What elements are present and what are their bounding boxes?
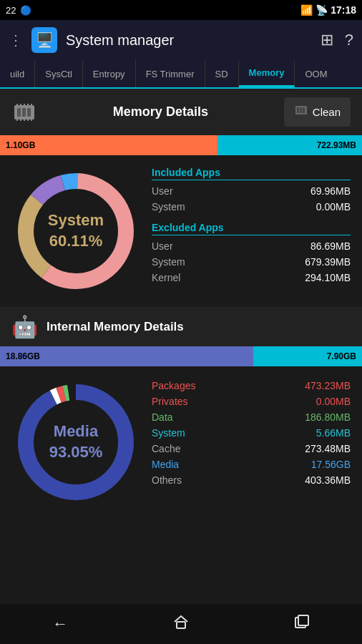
svg-rect-8 <box>31 104 32 106</box>
svg-rect-9 <box>16 119 18 121</box>
included-user-row: User 69.96MB <box>152 183 351 199</box>
home-icon <box>172 613 190 635</box>
android-icon: 🤖 <box>11 314 38 339</box>
internal-free-label: 7.90GB <box>327 351 356 361</box>
included-user-label: User <box>152 185 173 197</box>
memory-stats: Included Apps User 69.96MB System 0.00MB… <box>152 167 351 286</box>
tab-sd[interactable]: SD <box>205 60 239 87</box>
included-user-value: 69.96MB <box>310 185 351 197</box>
internal-used-label: 18.86GB <box>6 351 40 361</box>
app-icon: 🖥️ <box>31 27 57 53</box>
excluded-system-label: System <box>152 256 185 268</box>
title-bar: ⋮ 🖥️ System manager ⊞ ? <box>0 20 362 60</box>
memory-section-header: Memory Details Clean <box>0 89 362 135</box>
excluded-user-row: User 86.69MB <box>152 238 351 254</box>
others-row: Others 403.36MB <box>152 472 351 488</box>
svg-rect-4 <box>16 104 18 106</box>
clean-button[interactable]: Clean <box>284 97 351 127</box>
svg-rect-30 <box>298 615 308 625</box>
tab-oom[interactable]: OOM <box>295 60 337 87</box>
excluded-kernel-label: Kernel <box>152 272 180 283</box>
memory-donut-label: System 60.11% <box>48 210 104 251</box>
home-button[interactable] <box>160 610 202 638</box>
privates-value: 0.00MB <box>316 396 351 407</box>
internal-progress-bar: 18.86GB 7.90GB <box>0 346 362 366</box>
tab-bar: uild SysCtl Entropy FS Trimmer SD Memory… <box>0 60 362 89</box>
recents-icon <box>294 614 310 634</box>
svg-rect-13 <box>31 119 32 121</box>
back-icon: ← <box>52 615 68 633</box>
memory-section-title: Memory Details <box>44 104 277 119</box>
memory-progress-bar: 1.10GB 722.93MB <box>0 135 362 155</box>
system-row: System 5.66MB <box>152 425 351 441</box>
svg-rect-16 <box>300 107 302 113</box>
packages-label: Packages <box>152 380 195 391</box>
excluded-system-value: 679.39MB <box>305 256 351 268</box>
data-value: 186.80MB <box>305 411 351 423</box>
status-left: 22 🔵 <box>6 5 31 16</box>
status-right: 📶 📡 17:18 <box>300 4 356 16</box>
packages-row: Packages 473.23MB <box>152 378 351 394</box>
cache-row: Cache 273.48MB <box>152 441 351 457</box>
included-system-label: System <box>152 201 185 213</box>
back-button[interactable]: ← <box>39 610 82 638</box>
clean-button-label: Clean <box>313 106 341 118</box>
svg-rect-12 <box>27 119 29 121</box>
tab-sysctl[interactable]: SysCtl <box>35 60 83 87</box>
others-label: Others <box>152 474 182 486</box>
svg-rect-7 <box>27 104 29 106</box>
others-value: 403.36MB <box>305 474 351 486</box>
included-system-value: 0.00MB <box>316 201 351 213</box>
internal-stats: Packages 473.23MB Privates 0.00MB Data 1… <box>152 378 351 488</box>
system-value: 5.66MB <box>316 427 351 439</box>
excluded-apps-title: Excluded Apps <box>152 222 351 235</box>
excluded-user-value: 86.69MB <box>310 240 351 252</box>
data-row: Data 186.80MB <box>152 409 351 425</box>
internal-memory-title: Internal Memory Details <box>47 320 184 334</box>
cache-label: Cache <box>152 443 180 454</box>
signal-icon: 📡 <box>315 4 328 16</box>
excluded-kernel-value: 294.10MB <box>305 272 351 283</box>
tab-entropy[interactable]: Entropy <box>83 60 136 87</box>
status-icon-blue: 🔵 <box>20 5 31 16</box>
svg-rect-2 <box>22 108 26 117</box>
memory-donut: System 60.11% <box>11 167 140 296</box>
internal-memory-header: 🤖 Internal Memory Details <box>0 307 362 346</box>
clean-button-icon <box>294 103 308 121</box>
svg-rect-3 <box>27 108 31 117</box>
excluded-user-label: User <box>152 240 173 252</box>
filter-icon[interactable]: ⊞ <box>321 31 333 49</box>
svg-rect-28 <box>177 622 185 628</box>
svg-rect-1 <box>17 108 21 117</box>
svg-rect-15 <box>297 107 299 113</box>
svg-rect-10 <box>20 119 21 121</box>
internal-donut: Media 93.05% <box>11 378 140 507</box>
help-icon[interactable]: ? <box>345 31 353 49</box>
svg-rect-11 <box>24 119 25 121</box>
wifi-icon: 📶 <box>300 4 313 16</box>
excluded-kernel-row: Kernel 294.10MB <box>152 270 351 286</box>
app-title: System manager <box>66 32 312 49</box>
svg-rect-17 <box>303 107 305 113</box>
packages-value: 473.23MB <box>305 380 351 391</box>
tab-build[interactable]: uild <box>0 60 35 87</box>
included-system-row: System 0.00MB <box>152 199 351 215</box>
memory-chip-icon <box>11 99 37 125</box>
data-label: Data <box>152 411 173 423</box>
internal-donut-label: Media 93.05% <box>49 421 103 462</box>
recents-button[interactable] <box>280 610 323 638</box>
menu-icon[interactable]: ⋮ <box>9 31 23 49</box>
included-apps-title: Included Apps <box>152 167 351 180</box>
svg-rect-6 <box>24 104 25 106</box>
content-area: Memory Details Clean 1.10GB 722.93MB <box>0 89 362 604</box>
memory-used-label: 1.10GB <box>6 140 35 150</box>
memory-free-label: 722.93MB <box>317 140 356 150</box>
media-row: Media 17.56GB <box>152 457 351 472</box>
svg-rect-5 <box>20 104 21 106</box>
cache-value: 273.48MB <box>305 443 351 454</box>
bottom-nav: ← <box>0 604 362 644</box>
tab-fstrimmer[interactable]: FS Trimmer <box>136 60 205 87</box>
tab-memory[interactable]: Memory <box>239 60 295 87</box>
privates-label: Privates <box>152 396 188 407</box>
title-icons: ⊞ ? <box>321 31 353 49</box>
